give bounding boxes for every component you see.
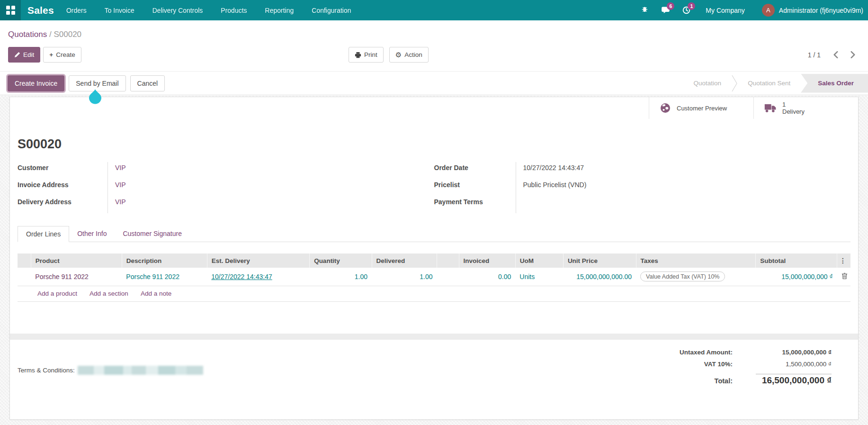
- user-menu[interactable]: A Administrator (fj6nyue0vi9m): [762, 4, 863, 17]
- messages-badge: 6: [667, 2, 674, 10]
- order-date-value: 10/27/2022 14:43:47: [516, 162, 851, 179]
- plus-icon: +: [49, 51, 53, 58]
- app-name[interactable]: Sales: [27, 5, 54, 16]
- invoice-address-value[interactable]: VIP: [115, 181, 126, 189]
- delete-line-button[interactable]: [837, 268, 850, 286]
- stage-bar: Quotation Quotation Sent Sales Order: [683, 72, 868, 95]
- printer-icon: [355, 52, 361, 58]
- add-a-section-link[interactable]: Add a section: [89, 290, 128, 297]
- terms-link-redacted[interactable]: [78, 366, 203, 375]
- tab-other-info[interactable]: Other Info: [69, 226, 115, 242]
- stage-separator-icon: [732, 75, 737, 92]
- cell-est-delivery: 10/27/2022 14:43:47: [211, 273, 272, 280]
- vat-value: 1,500,000,000 ₫: [739, 361, 832, 368]
- stage-quotation-sent[interactable]: Quotation Sent: [737, 80, 801, 87]
- row-handle: [18, 268, 31, 286]
- untaxed-amount-value: 15,000,000,000 ₫: [739, 349, 832, 356]
- untaxed-amount-label: Untaxed Amount:: [642, 349, 739, 356]
- menu-delivery-controls[interactable]: Delivery Controls: [152, 7, 203, 14]
- main-menu: Orders To Invoice Delivery Controls Prod…: [66, 7, 351, 14]
- onboarding-droplet-indicator[interactable]: [88, 89, 102, 105]
- breadcrumb-separator: /: [49, 30, 52, 39]
- print-label: Print: [364, 51, 377, 58]
- col-product: Product: [31, 253, 122, 268]
- invoice-address-label: Invoice Address: [18, 179, 107, 196]
- menu-orders[interactable]: Orders: [66, 7, 87, 14]
- breadcrumb: Quotations / S00020: [0, 20, 868, 39]
- cp-buttons: Edit + Create: [8, 47, 81, 63]
- menu-products[interactable]: Products: [221, 7, 247, 14]
- pricelist-label: Pricelist: [434, 179, 516, 196]
- pager-value[interactable]: 1 / 1: [808, 51, 821, 59]
- menu-configuration[interactable]: Configuration: [312, 7, 351, 14]
- cell-product[interactable]: Porsche 911 2022: [35, 273, 89, 280]
- order-line-row[interactable]: Porsche 911 2022 Porsche 911 2022 10/27/…: [18, 268, 850, 286]
- customer-preview-label: Customer Preview: [677, 105, 729, 112]
- create-button[interactable]: + Create: [43, 47, 81, 63]
- tab-customer-signature[interactable]: Customer Signature: [115, 226, 190, 242]
- delivery-address-label: Delivery Address: [18, 196, 107, 213]
- breadcrumb-current: S00020: [54, 30, 81, 39]
- systray: 6 1 My Company A Administrator (fj6nyue0…: [639, 4, 868, 17]
- edit-button[interactable]: Edit: [8, 47, 40, 63]
- col-est-delivery: Est. Delivery: [207, 253, 309, 268]
- activities-clock-icon[interactable]: 1: [681, 5, 691, 16]
- payment-terms-value: [516, 196, 851, 213]
- print-button[interactable]: Print: [349, 47, 384, 63]
- control-panel: Quotations / S00020 Edit + Create Print …: [0, 20, 868, 71]
- col-quantity: Quantity: [310, 253, 372, 268]
- debug-bug-icon[interactable]: [639, 5, 650, 16]
- add-a-product-link[interactable]: Add a product: [37, 290, 77, 297]
- customer-value[interactable]: VIP: [115, 164, 126, 172]
- tab-order-lines[interactable]: Order Lines: [18, 226, 69, 242]
- messages-icon[interactable]: 6: [660, 5, 671, 16]
- total-label: Total:: [642, 377, 739, 385]
- create-label: Create: [56, 51, 75, 58]
- pager-previous-icon[interactable]: [833, 51, 839, 58]
- col-taxes: Taxes: [636, 253, 756, 268]
- optional-columns-toggle-icon[interactable]: ⋮: [840, 257, 846, 264]
- pencil-icon: [14, 52, 20, 58]
- customer-label: Customer: [18, 162, 107, 179]
- user-name: Administrator (fj6nyue0vi9m): [779, 7, 863, 14]
- customer-preview-button[interactable]: Customer Preview: [649, 97, 753, 119]
- optional-columns-header: ⋮: [837, 253, 850, 268]
- order-lines-table: Product Description Est. Delivery Quanti…: [18, 253, 850, 286]
- delivery-count: 1: [782, 101, 786, 108]
- menu-reporting[interactable]: Reporting: [265, 7, 294, 14]
- gear-icon: ⚙: [395, 51, 402, 58]
- pager-next-icon[interactable]: [850, 51, 856, 58]
- handle-column-header: [18, 253, 31, 268]
- order-date-label: Order Date: [434, 162, 516, 179]
- globe-icon: [660, 102, 671, 114]
- section-divider: [10, 334, 858, 340]
- pager: 1 / 1: [808, 47, 856, 63]
- total-value: 16,500,000,000 ₫: [739, 375, 832, 386]
- table-header-row: Product Description Est. Delivery Quanti…: [18, 253, 850, 268]
- col-invoiced: Invoiced: [459, 253, 515, 268]
- stage-quotation[interactable]: Quotation: [683, 80, 732, 87]
- action-button[interactable]: ⚙ Action: [389, 47, 429, 63]
- pricelist-value: Public Pricelist (VND): [516, 179, 851, 196]
- notebook-tabs: Order Lines Other Info Customer Signatur…: [18, 226, 850, 242]
- breadcrumb-quotations[interactable]: Quotations: [8, 30, 47, 39]
- grid-icon: [6, 6, 15, 15]
- delivery-address-value[interactable]: VIP: [115, 198, 126, 206]
- totals-separator: [642, 374, 832, 374]
- list-add-row: Add a product Add a section Add a note: [18, 286, 850, 302]
- company-switcher[interactable]: My Company: [706, 7, 744, 14]
- menu-to-invoice[interactable]: To Invoice: [105, 7, 134, 14]
- create-invoice-button[interactable]: Create Invoice: [8, 75, 64, 91]
- apps-menu-icon[interactable]: [0, 0, 21, 20]
- terms-and-conditions: Terms & Conditions:: [18, 350, 203, 390]
- col-subtotal: Subtotal: [756, 253, 837, 268]
- delivery-label: Delivery: [782, 108, 805, 115]
- stage-sales-order[interactable]: Sales Order: [801, 74, 868, 93]
- cancel-button[interactable]: Cancel: [130, 75, 165, 91]
- cp-action-buttons: Print ⚙ Action: [349, 47, 429, 63]
- cell-gap: [437, 268, 459, 286]
- delivery-button[interactable]: 1 Delivery: [753, 97, 858, 119]
- cell-unit-price: 15,000,000,000.00: [563, 268, 636, 286]
- add-a-note-link[interactable]: Add a note: [141, 290, 171, 297]
- top-navbar: Sales Orders To Invoice Delivery Control…: [0, 0, 868, 20]
